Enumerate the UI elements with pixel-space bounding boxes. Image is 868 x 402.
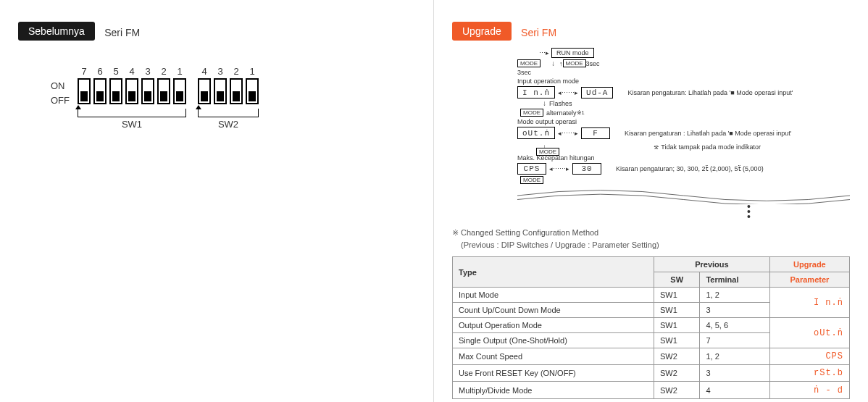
td-sw: SW1 (654, 318, 699, 333)
dip-num: 3 (212, 66, 228, 77)
mode-badge: MODE (517, 59, 541, 67)
settings-table: Type Previous Upgrade SW Terminal Parame… (452, 256, 850, 399)
left-series: Seri FM (104, 27, 140, 38)
mode-badge: MODE (520, 109, 543, 117)
td-param: rSt.b (769, 365, 849, 382)
dip-group-sw1: 7 6 5 4 3 2 1 (76, 66, 188, 130)
flow-desc3: Kisaran pengaturan; 30, 300, 2ẗ (2,000),… (616, 165, 764, 172)
max-count-label: Maks. Kecepatan hitungan (517, 154, 595, 162)
dip-switch (230, 78, 243, 104)
dip-on-label: ON (51, 80, 65, 91)
dip-num: 1 (244, 66, 260, 77)
td-sw: SW2 (654, 348, 699, 365)
lcd-f: F (581, 127, 610, 139)
td-type: Input Mode (453, 288, 654, 303)
th-terminal: Terminal (700, 272, 769, 288)
dip-switch (157, 78, 170, 104)
dip-num: 6 (92, 66, 108, 77)
th-upgrade: Upgrade (769, 257, 849, 272)
dip-num: 2 (156, 66, 172, 77)
mode-badge: MODE (520, 176, 543, 184)
dip-group-sw2: 4 3 2 1 SW2 (196, 66, 260, 130)
dip-bracket (78, 109, 186, 117)
change-note: ※ Changed Setting Configuration Method (… (452, 227, 850, 251)
lcd-input: I n.ṅ (517, 86, 555, 99)
dip-num: 2 (228, 66, 244, 77)
sw2-label: SW2 (196, 119, 260, 130)
star1: ※1 (577, 109, 585, 116)
td-term: 3 (700, 365, 769, 382)
dip-bracket (198, 109, 259, 117)
td-param: oUt.ṅ (769, 318, 849, 348)
badge-upgrade: Upgrade (452, 22, 512, 41)
dip-num: 3 (140, 66, 156, 77)
dip-num: 1 (172, 66, 188, 77)
dip-num: 7 (76, 66, 92, 77)
td-sw: SW1 (654, 303, 699, 318)
note-line1: ※ Changed Setting Configuration Method (452, 227, 850, 239)
td-type: Max Count Speed (453, 348, 654, 365)
lcd-30: 30 (572, 163, 601, 175)
td-term: 4, 5, 6 (700, 318, 769, 333)
dip-switch (141, 78, 154, 104)
th-parameter: Parameter (769, 272, 849, 288)
td-type: Multiply/Divide Mode (453, 382, 654, 399)
three-sec: 3sec (586, 60, 600, 67)
wave-divider (517, 187, 850, 204)
dip-off-label: OFF (51, 95, 70, 106)
dip-switch-diagram: ON OFF 7 6 5 4 3 2 1 (76, 66, 415, 130)
lcd-out: oUt.ṅ (517, 127, 555, 139)
th-previous: Previous (654, 257, 769, 272)
td-term: 3 (700, 303, 769, 318)
note-line2: (Previous : DIP Switches / Upgrade : Par… (452, 239, 850, 251)
td-param: I n.ṅ (769, 288, 849, 318)
td-param: ṅ - d (769, 382, 849, 399)
badge-sebelumnya: Sebelumnya (18, 22, 95, 41)
table-row: Use Front RESET Key (ON/OFF) SW2 3 rSt.b (453, 365, 850, 382)
table-row: Output Operation Mode SW1 4, 5, 6 oUt.ṅ (453, 318, 850, 333)
flow-desc1: Kisaran pengaturan: Lihatlah pada '■ Mod… (627, 89, 793, 96)
input-op-mode-label: Input operation mode (517, 78, 579, 85)
left-header: Sebelumnya Seri FM (18, 22, 415, 41)
td-type: Use Front RESET Key (ON/OFF) (453, 365, 654, 382)
dip-switch (173, 78, 186, 104)
table-row: Input Mode SW1 1, 2 I n.ṅ (453, 288, 850, 303)
td-sw: SW2 (654, 365, 699, 382)
dip-switch (246, 78, 259, 104)
lcd-cps: CPS (517, 163, 546, 175)
right-header: Upgrade Seri FM (452, 22, 850, 41)
td-term: 4 (700, 382, 769, 399)
alternately-label: alternately (546, 109, 577, 117)
mode-badge: MODE (563, 59, 586, 67)
td-term: 1, 2 (700, 348, 769, 365)
right-series: Seri FM (521, 27, 556, 38)
table-row: Multiply/Divide Mode SW2 4 ṅ - d (453, 382, 850, 399)
right-panel: Upgrade Seri FM ⋯▸ RUN mode MODE ↓ ↑ MOD… (433, 0, 868, 402)
flow-desc2a: Kisaran pengaturan : Lihatlah pada '■ Mo… (625, 130, 792, 137)
flow-desc2b: ※ Tidak tampak pada mode indikator (654, 143, 761, 151)
dip-num: 5 (108, 66, 124, 77)
mode-output-label: Mode output operasi (517, 118, 577, 125)
td-term: 1, 2 (700, 288, 769, 303)
dip-num: 4 (124, 66, 140, 77)
dip-switch (214, 78, 227, 104)
dip-switch (198, 78, 211, 104)
td-term: 7 (700, 333, 769, 348)
th-sw: SW (654, 272, 699, 288)
td-sw: SW1 (654, 288, 699, 303)
dip-switch (93, 78, 107, 104)
td-type: Count Up/Count Down Mode (453, 303, 654, 318)
td-sw: SW2 (654, 382, 699, 399)
dip-num: 4 (196, 66, 212, 77)
flashes-label: Flashes (549, 100, 572, 107)
lcd-uda: Ud-A (581, 87, 613, 99)
dip-switch (109, 78, 122, 104)
flow-diagram: ⋯▸ RUN mode MODE ↓ ↑ MODE 3sec 3sec Inpu… (452, 48, 850, 219)
dip-switch (78, 78, 91, 104)
td-type: Output Operation Mode (453, 318, 654, 333)
th-type: Type (453, 257, 654, 288)
flow-run-mode: RUN mode (551, 48, 594, 58)
td-param: CPS (769, 348, 849, 365)
sw1-label: SW1 (76, 119, 188, 130)
td-sw: SW1 (654, 333, 699, 348)
